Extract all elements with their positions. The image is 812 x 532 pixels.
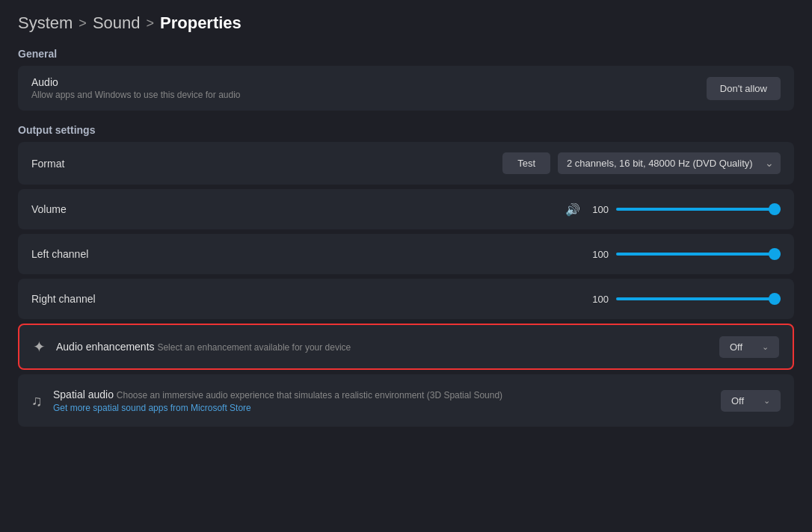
output-settings-label: Output settings [18, 124, 794, 136]
format-dropdown[interactable]: 2 channels, 16 bit, 44100 Hz (CD Quality… [558, 152, 781, 174]
spatial-chevron-icon: ⌄ [763, 396, 770, 406]
spatial-dropdown-value: Off [731, 395, 744, 406]
right-channel-slider[interactable] [616, 297, 781, 300]
dont-allow-button[interactable]: Don't allow [707, 77, 781, 100]
volume-value: 100 [588, 204, 609, 215]
audio-card: Audio Allow apps and Windows to use this… [18, 66, 794, 111]
left-channel-row: Left channel 100 [18, 234, 794, 274]
audio-title: Audio [31, 76, 241, 88]
test-button[interactable]: Test [502, 152, 550, 174]
spatial-audio-row: ♫ Spatial audio Choose an immersive audi… [18, 374, 794, 427]
breadcrumb-sep2: > [147, 16, 155, 31]
spatial-text: Spatial audio Choose an immersive audio … [53, 389, 502, 413]
left-channel-label: Left channel [31, 248, 121, 260]
audio-subtitle: Allow apps and Windows to use this devic… [31, 90, 241, 100]
breadcrumb: System > Sound > Properties [18, 13, 794, 33]
enhancement-dropdown-value: Off [730, 341, 742, 353]
left-channel-controls: 100 [588, 249, 781, 260]
enhancement-title: Audio enhancements [56, 341, 155, 353]
spatial-icon: ♫ [31, 392, 43, 409]
spatial-title: Spatial audio [53, 389, 114, 400]
breadcrumb-sound[interactable]: Sound [93, 13, 141, 33]
right-channel-controls: 100 [588, 294, 781, 305]
left-channel-slider[interactable] [616, 253, 781, 256]
audio-card-text: Audio Allow apps and Windows to use this… [31, 76, 241, 100]
spatial-subtitle: Choose an immersive audio experience tha… [117, 390, 502, 400]
format-dropdown-wrap[interactable]: 2 channels, 16 bit, 44100 Hz (CD Quality… [558, 152, 781, 174]
spatial-left: ♫ Spatial audio Choose an immersive audi… [31, 389, 502, 413]
spatial-store-link[interactable]: Get more spatial sound apps from Microso… [53, 403, 502, 413]
enhancement-subtitle: Select an enhancement available for your… [157, 342, 351, 353]
volume-controls: 🔊 100 [565, 202, 781, 217]
general-section-label: General [18, 48, 794, 60]
volume-slider[interactable] [616, 208, 781, 211]
volume-label: Volume [31, 203, 121, 215]
enhancement-dropdown[interactable]: Off ⌄ [719, 336, 779, 358]
format-label: Format [31, 158, 121, 170]
audio-enhancements-row: ✦ Audio enhancements Select an enhanceme… [18, 324, 794, 370]
left-channel-value: 100 [588, 249, 609, 260]
enhancement-icon: ✦ [33, 338, 46, 356]
right-channel-label: Right channel [31, 293, 121, 305]
left-channel-slider-wrap[interactable] [616, 253, 781, 256]
right-channel-slider-wrap[interactable] [616, 297, 781, 300]
enhancement-text: Audio enhancements Select an enhancement… [56, 341, 351, 353]
right-channel-value: 100 [588, 294, 609, 305]
breadcrumb-properties: Properties [160, 13, 242, 33]
volume-slider-wrap[interactable] [616, 208, 781, 211]
spatial-dropdown[interactable]: Off ⌄ [721, 390, 781, 412]
breadcrumb-sep1: > [79, 16, 87, 31]
breadcrumb-system[interactable]: System [18, 13, 73, 33]
right-channel-row: Right channel 100 [18, 279, 794, 319]
enhancement-left: ✦ Audio enhancements Select an enhanceme… [33, 338, 351, 356]
volume-row: Volume 🔊 100 [18, 189, 794, 229]
enhancement-chevron-icon: ⌄ [762, 342, 769, 352]
format-row: Format Test 2 channels, 16 bit, 44100 Hz… [18, 142, 794, 185]
format-controls: Test 2 channels, 16 bit, 44100 Hz (CD Qu… [502, 152, 781, 174]
volume-icon: 🔊 [565, 202, 580, 217]
